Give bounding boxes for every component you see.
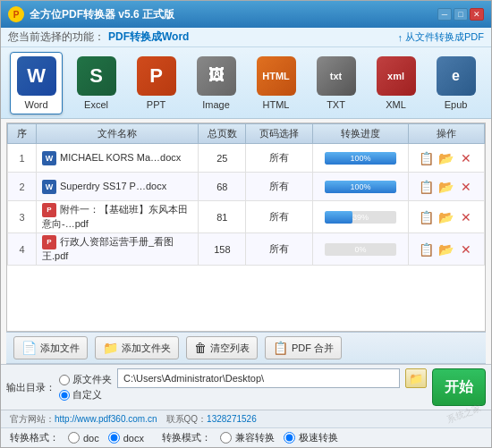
tool-xml[interactable]: xml XML bbox=[369, 53, 422, 114]
table-row: 4P行政人资部运营手册_看图王.pdf158所有0%📋📂✕ bbox=[8, 233, 485, 266]
radio-fast[interactable] bbox=[284, 432, 295, 444]
ppt-label: PPT bbox=[147, 99, 165, 110]
website-label: 官方网站： bbox=[10, 413, 55, 426]
delete-action-icon[interactable]: ✕ bbox=[458, 150, 474, 166]
radio-custom[interactable] bbox=[59, 390, 70, 401]
add-folder-label: 添加文件夹 bbox=[122, 342, 171, 355]
pdf-file-icon: P bbox=[42, 203, 56, 217]
tool-html[interactable]: HTML HTML bbox=[250, 53, 302, 114]
start-button[interactable]: 开始 bbox=[432, 368, 486, 406]
radio-compat[interactable] bbox=[220, 432, 232, 444]
add-file-button[interactable]: 📄 添加文件 bbox=[13, 336, 88, 359]
table-row: 3P附件一：【基础班】东风本田意向-…pdf81所有39%📋📂✕ bbox=[8, 201, 485, 233]
tool-epub[interactable]: e Epub bbox=[429, 53, 482, 114]
output-path-display: C:\Users\Administrator\Desktop\ bbox=[117, 368, 400, 388]
clear-label: 清空列表 bbox=[210, 342, 250, 355]
open-folder-icon[interactable]: 📂 bbox=[438, 179, 454, 195]
row-actions: 📋📂✕ bbox=[408, 201, 484, 233]
row-pages: 158 bbox=[199, 233, 246, 266]
row-num: 3 bbox=[8, 201, 37, 233]
qq-label: 联系QQ： bbox=[166, 413, 208, 426]
close-button[interactable]: ✕ bbox=[470, 8, 484, 21]
epub-icon: e bbox=[437, 56, 476, 96]
word-label: Word bbox=[24, 99, 47, 110]
word-icon: W bbox=[17, 56, 56, 96]
pdf-merge-button[interactable]: 📋 PDF 合并 bbox=[265, 336, 342, 359]
image-label: Image bbox=[202, 99, 230, 110]
add-file-icon: 📄 bbox=[21, 341, 37, 355]
radio-docx[interactable] bbox=[108, 432, 120, 444]
output-dir-label: 输出目录： bbox=[6, 381, 55, 394]
website-link[interactable]: http://www.pdf360.com.cn bbox=[55, 414, 157, 424]
row-progress: 39% bbox=[313, 201, 409, 233]
mode-label: 转换模式： bbox=[162, 431, 211, 444]
open-folder-icon[interactable]: 📂 bbox=[438, 150, 454, 166]
copy-action-icon[interactable]: 📋 bbox=[419, 209, 435, 225]
format-label: 转换格式： bbox=[10, 431, 59, 444]
mode-compat-option[interactable]: 兼容转换 bbox=[220, 431, 275, 444]
row-filename: P行政人资部运营手册_看图王.pdf bbox=[36, 233, 198, 266]
radio-doc[interactable] bbox=[68, 432, 80, 444]
browse-folder-button[interactable]: 📁 bbox=[405, 368, 427, 388]
delete-action-icon[interactable]: ✕ bbox=[458, 179, 474, 195]
open-folder-icon[interactable]: 📂 bbox=[438, 209, 454, 225]
html-label: HTML bbox=[263, 99, 290, 110]
mode-fast-option[interactable]: 极速转换 bbox=[284, 431, 338, 444]
copy-action-icon[interactable]: 📋 bbox=[419, 241, 435, 258]
doc-label: doc bbox=[83, 433, 99, 444]
row-num: 4 bbox=[8, 233, 37, 266]
delete-action-icon[interactable]: ✕ bbox=[458, 241, 474, 258]
func-label: 您当前选择的功能： bbox=[8, 30, 105, 45]
maximize-button[interactable]: □ bbox=[454, 8, 468, 21]
copy-action-icon[interactable]: 📋 bbox=[419, 179, 435, 195]
option-original-folder[interactable]: 原文件夹 bbox=[59, 373, 112, 386]
row-page-select: 所有 bbox=[246, 173, 313, 201]
mode-fast-label: 极速转换 bbox=[299, 431, 338, 444]
icon-toolbar: W Word S Excel P PPT 🖼 Image HTML HTML t… bbox=[1, 47, 491, 119]
add-file-label: 添加文件 bbox=[40, 342, 80, 355]
switch-to-pdf-button[interactable]: ↑ 从文件转换成PDF bbox=[398, 30, 485, 44]
file-table-area: 序 文件名称 总页数 页码选择 转换进度 操作 1WMICHAEL KORS M… bbox=[6, 123, 486, 332]
copy-action-icon[interactable]: 📋 bbox=[419, 150, 435, 166]
tool-excel[interactable]: S Excel bbox=[70, 53, 123, 114]
tool-ppt[interactable]: P PPT bbox=[130, 53, 182, 114]
delete-action-icon[interactable]: ✕ bbox=[458, 209, 474, 225]
app-title: 全方位PDF转换器 v5.6 正式版 bbox=[30, 7, 437, 22]
radio-original[interactable] bbox=[59, 375, 70, 385]
merge-label: PDF 合并 bbox=[292, 342, 334, 355]
row-filename: WSuperdry SS17 P…docx bbox=[36, 173, 198, 201]
ppt-icon: P bbox=[137, 56, 176, 96]
add-folder-button[interactable]: 📁 添加文件夹 bbox=[95, 336, 179, 359]
row-num: 2 bbox=[8, 173, 37, 201]
tool-txt[interactable]: txt TXT bbox=[310, 53, 362, 114]
row-pages: 81 bbox=[199, 201, 246, 233]
svg-text:P: P bbox=[13, 10, 20, 20]
excel-label: Excel bbox=[84, 99, 108, 110]
bottom-toolbar: 📄 添加文件 📁 添加文件夹 🗑 清空列表 📋 PDF 合并 bbox=[6, 332, 486, 364]
clear-list-button[interactable]: 🗑 清空列表 bbox=[186, 336, 258, 359]
epub-label: Epub bbox=[445, 99, 468, 110]
tool-image[interactable]: 🖼 Image bbox=[190, 53, 242, 114]
option-original-label: 原文件夹 bbox=[72, 373, 112, 386]
row-filename: P附件一：【基础班】东风本田意向-…pdf bbox=[36, 201, 198, 233]
image-icon: 🖼 bbox=[197, 56, 236, 96]
qq-value: 1328271526 bbox=[207, 414, 257, 424]
row-actions: 📋📂✕ bbox=[408, 233, 484, 266]
row-filename: WMICHAEL KORS Ma…docx bbox=[36, 144, 198, 173]
option-custom-folder[interactable]: 自定义 bbox=[59, 388, 112, 402]
format-doc-option[interactable]: doc bbox=[68, 432, 99, 444]
function-bar: 您当前选择的功能： PDF转换成Word ↑ 从文件转换成PDF bbox=[1, 28, 491, 47]
format-docx-option[interactable]: docx bbox=[108, 432, 144, 444]
html-icon: HTML bbox=[257, 56, 296, 96]
word-file-icon: W bbox=[42, 180, 56, 194]
row-page-select: 所有 bbox=[246, 144, 313, 173]
col-header-action: 操作 bbox=[408, 124, 484, 144]
minimize-button[interactable]: ─ bbox=[437, 8, 452, 21]
app-logo: P bbox=[8, 6, 24, 22]
col-header-progress: 转换进度 bbox=[313, 124, 409, 144]
tool-word[interactable]: W Word bbox=[10, 52, 63, 114]
col-header-pagesel: 页码选择 bbox=[246, 124, 313, 144]
table-row: 2WSuperdry SS17 P…docx68所有100%📋📂✕ bbox=[8, 173, 485, 201]
row-progress: 100% bbox=[313, 144, 409, 173]
open-folder-icon[interactable]: 📂 bbox=[438, 241, 454, 258]
